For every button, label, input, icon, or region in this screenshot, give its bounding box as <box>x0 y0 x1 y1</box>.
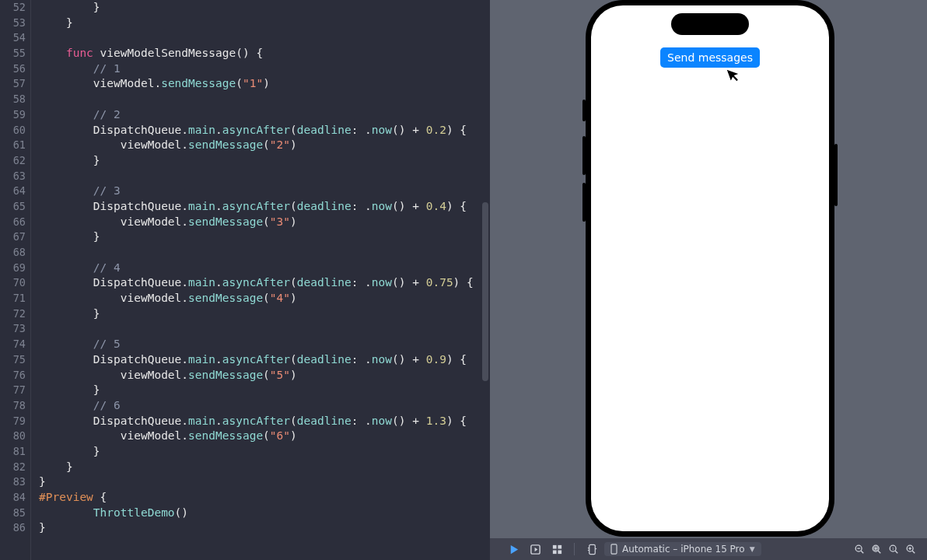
device-picker-label: Automatic – iPhone 15 Pro <box>622 544 745 555</box>
selectable-preview-button[interactable] <box>526 541 544 557</box>
svg-line-20 <box>895 551 897 553</box>
device-side-button <box>834 144 838 206</box>
code-text[interactable]: } } func viewModelSendMessage() { // 1 v… <box>31 0 490 560</box>
dynamic-island <box>671 13 749 35</box>
svg-line-15 <box>878 551 880 553</box>
send-messages-button[interactable]: Send messages <box>660 47 760 68</box>
zoom-controls: 1 <box>851 542 919 556</box>
device-screen[interactable]: Send messages <box>591 5 829 531</box>
svg-rect-4 <box>552 550 556 554</box>
code-area: 5253545556575859606162636465666768697071… <box>0 0 490 560</box>
toolbar-divider <box>574 543 575 555</box>
svg-line-12 <box>861 551 863 553</box>
zoom-out-button[interactable] <box>851 542 868 556</box>
line-number-gutter: 5253545556575859606162636465666768697071… <box>0 0 31 560</box>
device-side-button <box>582 183 586 222</box>
svg-rect-6 <box>589 544 595 554</box>
zoom-fit-button[interactable] <box>868 542 885 556</box>
chevron-down-icon: ▼ <box>750 545 755 553</box>
variants-button[interactable] <box>547 541 566 557</box>
svg-rect-3 <box>558 544 561 548</box>
zoom-in-button[interactable] <box>902 542 919 556</box>
device-side-button <box>582 136 586 175</box>
cursor-icon <box>727 67 742 86</box>
zoom-actual-button[interactable]: 1 <box>885 542 902 556</box>
live-preview-button[interactable] <box>504 541 523 557</box>
svg-line-23 <box>912 551 915 553</box>
svg-rect-5 <box>558 550 561 554</box>
code-editor-pane: 5253545556575859606162636465666768697071… <box>0 0 490 560</box>
device-frame: Send messages <box>586 0 834 537</box>
device-settings-button[interactable] <box>582 541 601 557</box>
svg-text:1: 1 <box>892 547 894 551</box>
device-picker[interactable]: Automatic – iPhone 15 Pro ▼ <box>604 542 761 556</box>
device-side-button <box>582 100 586 121</box>
svg-rect-2 <box>552 544 556 548</box>
canvas-toolbar: Automatic – iPhone 15 Pro ▼ <box>490 538 927 560</box>
canvas-pane: Send messages <box>490 0 927 560</box>
editor-scrollbar[interactable] <box>482 202 488 381</box>
svg-rect-10 <box>611 544 617 554</box>
svg-marker-0 <box>510 544 517 553</box>
